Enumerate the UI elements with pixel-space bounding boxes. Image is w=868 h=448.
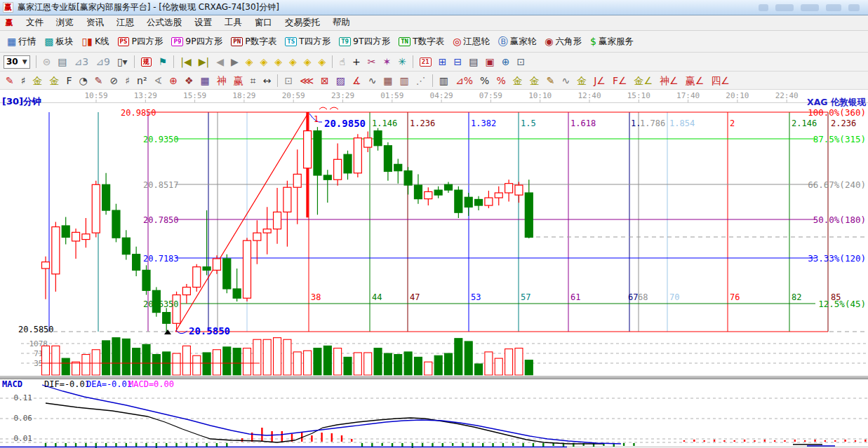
gold-grid2-tool[interactable]: 金 [46,74,63,88]
angle-tool[interactable]: ∢ [151,74,166,88]
calculator-icon[interactable]: ⊞ [435,55,450,69]
hexagon-button[interactable]: ◉六角形 [540,34,586,50]
menu-item-6[interactable]: 工具 [218,15,248,30]
menu-item-0[interactable]: 文件 [20,15,50,30]
window-controls[interactable] [759,4,865,11]
clipboard-icon[interactable]: ▤ [54,55,70,69]
abacus-icon[interactable]: ⊟ [450,55,465,69]
9t-square-button[interactable]: T99T四方形 [335,34,394,50]
window-control-icon[interactable] [801,4,819,11]
crosshair-icon[interactable]: + [349,55,364,69]
f-grid-tool[interactable]: F [63,74,76,88]
snip-icon[interactable]: ✂ [364,55,380,69]
menu-item-1[interactable]: 浏览 [50,15,80,30]
menu-item-5[interactable]: 设置 [188,15,218,30]
gann-wheel-button[interactable]: ◎江恩轮 [448,34,494,50]
gann-diamond-in-icon[interactable]: ◈ [300,55,315,69]
network-icon[interactable]: ⊕ [498,55,514,69]
menu-item-2[interactable]: 资讯 [80,15,110,30]
alert-icon[interactable]: 规 [138,55,155,69]
si-angle-tool[interactable]: 四∠ [707,74,733,88]
compass-tool[interactable]: ⊕ [166,74,181,88]
festival-icon[interactable]: ✶ [379,55,394,69]
net-icon[interactable]: ⊜ [39,55,55,69]
fan-tool[interactable]: ⋘ [296,74,317,88]
corner-box-tool[interactable]: ⊡ [281,74,296,88]
col-percent-tool[interactable]: ▥ [436,74,452,88]
kline-chart[interactable]: 10:5913:2915:5918:2920:5923:2901:5904:29… [0,90,868,448]
web-box-tool[interactable]: ▨ [333,74,349,88]
p-square-button[interactable]: PSP四方形 [114,34,168,50]
menu-item-7[interactable]: 窗口 [248,15,279,30]
window-control-icon[interactable] [759,4,768,11]
pane-splitter[interactable] [0,376,868,379]
web-tool[interactable]: ❖ [181,74,197,88]
j-angle-tool[interactable]: J∠ [590,74,609,88]
p-table-button[interactable]: PNP数字表 [227,34,281,50]
menu-item-9[interactable]: 帮助 [326,15,356,30]
gold-grid-tool[interactable]: 金 [29,74,46,88]
fan-box-tool[interactable]: ⊠ [317,74,333,88]
print-icon[interactable]: ⊡ [513,55,528,69]
pencil-tool[interactable]: ✎ [2,74,18,88]
circle-grid-tool[interactable]: ⊘ [107,74,122,88]
width-tool[interactable]: ↔ [260,74,275,88]
web-icon[interactable]: ✳ [394,55,410,69]
gold-line-tool[interactable]: 金 [526,74,543,88]
percent-tool[interactable]: % [476,74,493,88]
winner-wheel-button[interactable]: Ⓑ赢家轮 [494,34,541,50]
t-table-button[interactable]: TNT数字表 [394,34,448,50]
brush-tool[interactable]: ✎ [543,74,559,88]
angle-fan-tool[interactable]: ∡ [349,74,365,88]
f-angle-tool[interactable]: F∠ [609,74,631,88]
gann-diamond-vspan-icon[interactable]: ◈ [286,55,300,69]
pencil-grid-tool[interactable]: ✎ [91,74,107,88]
save-icon[interactable]: ▣ [481,55,498,69]
slant-tool[interactable]: ⋰ [413,74,429,88]
chart-area[interactable]: 10:5913:2915:5918:2920:5923:2901:5904:29… [0,90,868,448]
gann-diamond-right-icon[interactable]: ◈ [256,55,271,69]
shen-box-tool[interactable]: 神 [213,74,230,88]
fill-grid2-tool[interactable]: ▥ [396,74,413,88]
first-bar-icon[interactable]: |◀ [177,55,194,69]
hand-icon[interactable]: ☝ [335,55,349,69]
candle-style-icon[interactable]: ▯▾ [114,55,131,69]
dense-grid-tool[interactable]: ♯ [121,74,133,88]
gold-under-tool[interactable]: 金 [573,74,590,88]
menu-item-4[interactable]: 公式选股 [140,15,188,30]
kline-button[interactable]: ▯▮K线 [77,34,113,50]
t-square-button[interactable]: TST四方形 [281,34,335,50]
menu-item-3[interactable]: 江恩 [110,15,140,30]
9p-square-button[interactable]: P99P四方形 [167,34,227,50]
percent-line-tool[interactable]: % [493,74,509,88]
gann-diamond-left-icon[interactable]: ◈ [242,55,257,69]
prev-bar-icon[interactable]: ◀ [213,55,227,69]
gold-angle-tool[interactable]: 金∠ [631,74,657,88]
winner-service-button[interactable]: $赢家服务 [586,34,638,50]
ying-box-tool[interactable]: 赢 [230,74,247,88]
quote-button[interactable]: ▦行情 [3,34,40,50]
fill-grid-tool[interactable]: ▦ [380,74,396,88]
shen-angle-tool[interactable]: 神∠ [656,74,682,88]
spiral-tool[interactable]: ◔ [76,74,91,88]
note-icon[interactable]: ▤ [465,55,481,69]
sector-button[interactable]: ▩板块 [40,34,77,50]
gann-diamond-out-icon[interactable]: ◈ [315,55,330,69]
n2-grid-tool[interactable]: n² [133,74,151,88]
ruler-tool[interactable]: ⌗ [247,74,260,88]
sort-icon[interactable]: ⚑ [155,55,171,69]
window-control-icon[interactable] [775,4,794,11]
period-select[interactable]: 30 ▼ [4,55,30,69]
calendar-icon[interactable]: 21 [416,55,435,69]
chart3-icon[interactable]: ⊿3 [71,55,93,69]
ying-angle-tool[interactable]: 赢∠ [682,74,708,88]
last-bar-icon[interactable]: ▶| [195,55,213,69]
channel-tool[interactable]: ∿ [558,74,573,88]
title-bar[interactable]: 赢 赢家江恩专业版[赢家内部服务平台] - [伦敦银现 CRXAG-74[30]… [0,0,868,15]
tri-percent-tool[interactable]: ⊿% [452,74,476,88]
wave-tool[interactable]: ∿ [365,74,380,88]
next-bar-icon[interactable]: ▶ [227,55,242,69]
window-control-icon[interactable] [848,4,860,11]
chart9-icon[interactable]: ⊿9 [92,55,114,69]
grid-tool[interactable]: ♯ [18,74,29,88]
